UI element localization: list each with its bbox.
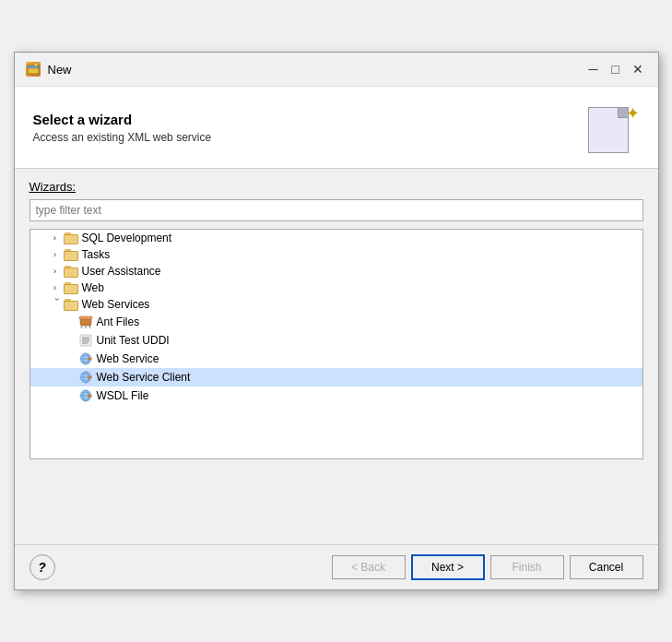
list-item[interactable]: › Web (30, 279, 643, 296)
list-item[interactable]: Web Service Client (30, 368, 643, 386)
wizard-tree[interactable]: › SQL Development › Tasks › (29, 229, 643, 459)
title-bar: New ─ □ ✕ (15, 53, 658, 87)
button-bar: ? < Back Next > Finish Cancel (15, 544, 658, 589)
list-item[interactable]: Web Service (30, 350, 643, 368)
item-label: Tasks (82, 248, 111, 261)
help-button[interactable]: ? (29, 554, 55, 580)
item-label: User Assistance (82, 265, 161, 278)
svg-line-5 (81, 326, 82, 328)
item-label: SQL Development (82, 232, 172, 244)
wizards-label: Wizards: (29, 180, 643, 194)
folder-icon (64, 232, 78, 244)
folder-icon (64, 299, 78, 311)
folder-icon (64, 266, 78, 278)
list-item[interactable]: › Web Services (30, 296, 643, 313)
folder-icon (64, 282, 78, 294)
close-button[interactable]: ✕ (629, 60, 647, 78)
list-item[interactable]: WSDL File (30, 386, 643, 405)
item-label: WSDL File (97, 389, 149, 402)
svg-rect-8 (80, 335, 91, 346)
list-item[interactable]: Ant Files (30, 313, 643, 331)
ant-icon (78, 315, 93, 329)
item-label: Web Service Client (97, 371, 191, 384)
item-label: Unit Test UDDI (97, 334, 170, 347)
window-title: New (48, 63, 72, 77)
star-icon: ✦ (626, 103, 640, 124)
wsdl-icon (78, 388, 93, 403)
item-label: Web Services (82, 298, 150, 311)
expand-icon: › (49, 232, 62, 244)
uddi-icon (78, 333, 93, 348)
cancel-button[interactable]: Cancel (570, 555, 643, 579)
expand-icon: › (49, 298, 62, 311)
expand-icon: › (49, 248, 62, 261)
maximize-button[interactable]: □ (607, 60, 625, 78)
expand-icon: › (49, 265, 62, 278)
minimize-button[interactable]: ─ (584, 60, 603, 78)
item-label: Web Service (97, 352, 159, 365)
next-button[interactable]: Next > (411, 554, 485, 580)
svg-rect-4 (79, 316, 92, 319)
item-label: Web (82, 281, 104, 294)
list-item[interactable]: › SQL Development (30, 230, 643, 246)
back-button[interactable]: < Back (332, 555, 406, 579)
webservice-client-icon (78, 370, 93, 385)
list-item[interactable]: › User Assistance (30, 263, 643, 279)
wizards-section: Wizards: › SQL Development › Tasks (15, 169, 658, 470)
svg-point-2 (34, 63, 38, 66)
folder-icon (64, 249, 78, 261)
svg-line-7 (89, 326, 90, 328)
list-item[interactable]: Unit Test UDDI (30, 331, 643, 350)
finish-button[interactable]: Finish (490, 555, 564, 579)
expand-icon: › (49, 281, 62, 294)
webservice-icon (78, 351, 93, 366)
filter-input[interactable] (29, 199, 643, 221)
empty-section (15, 470, 658, 544)
window-icon (26, 62, 41, 77)
header-section: Select a wizard Access an existing XML w… (15, 87, 658, 169)
wizard-title: Select a wizard (33, 112, 212, 127)
new-wizard-dialog: New ─ □ ✕ Select a wizard Access an exis… (14, 52, 659, 590)
list-item[interactable]: › Tasks (30, 246, 643, 263)
wizard-icon: ✦ (581, 101, 640, 153)
wizard-subtitle: Access an existing XML web service (33, 131, 212, 144)
item-label: Ant Files (97, 315, 140, 328)
